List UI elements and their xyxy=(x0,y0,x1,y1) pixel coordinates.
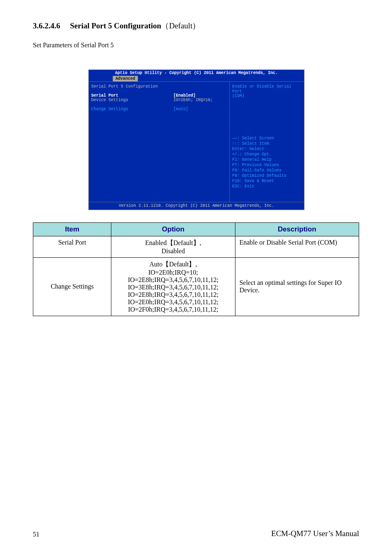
table-header-row: Item Option Description xyxy=(33,222,359,236)
bios-help-keys: →←: Select Screen ↑↓: Select Item Enter:… xyxy=(232,136,302,199)
row-label: Device Settings xyxy=(91,98,173,103)
cell-item: Change Settings xyxy=(33,257,111,316)
bios-right-panel: Enable or Disable Serial Port (COM) →←: … xyxy=(230,82,304,202)
page-number: 51 xyxy=(33,531,39,538)
bios-left-panel: Serial Port 5 Configuration Serial Port … xyxy=(89,82,230,202)
page-footer: 51 ECM-QM77 User’s Manual xyxy=(33,522,359,538)
bios-help-description: Enable or Disable Serial Port (COM) xyxy=(232,84,302,99)
row-label: Serial Port xyxy=(91,93,173,98)
row-value: [Auto] xyxy=(173,107,188,112)
th-option: Option xyxy=(111,222,235,236)
manual-title: ECM-QM77 User’s Manual xyxy=(271,529,359,538)
row-value: [Enabled] xyxy=(173,93,196,98)
bios-row-change-settings[interactable]: Change Settings [Auto] xyxy=(91,107,227,112)
table-row: Serial Port Enabled【Default】, Disabled E… xyxy=(33,236,359,257)
bios-row-serial-port[interactable]: Serial Port [Enabled] xyxy=(91,93,227,98)
bios-screenshot: Aptio Setup Utility - Copyright (C) 2011… xyxy=(88,69,304,210)
section-number: 3.6.2.4.6 xyxy=(33,21,60,30)
section-description: Set Parameters of Serial Port 5 xyxy=(33,42,359,49)
bios-row-device-settings: Device Settings IO=2E0h; IRQ=10; xyxy=(91,98,227,103)
row-value: IO=2E0h; IRQ=10; xyxy=(173,98,213,103)
th-item: Item xyxy=(33,222,111,236)
settings-table: Item Option Description Serial Port Enab… xyxy=(33,222,359,316)
section-title-suffix: （Default） xyxy=(161,21,200,30)
bios-tabs: Advanced xyxy=(89,76,304,82)
bios-panel-heading: Serial Port 5 Configuration xyxy=(91,84,227,89)
cell-desc: Select an optimal settings for Super IO … xyxy=(235,257,359,316)
bios-footer: Version 2.11.1210. Copyright (C) 2011 Am… xyxy=(89,202,304,210)
row-label: Change Settings xyxy=(91,107,173,112)
tab-advanced[interactable]: Advanced xyxy=(113,76,138,82)
section-heading: 3.6.2.4.6 Serial Port 5 Configuration（De… xyxy=(33,21,359,31)
cell-item: Serial Port xyxy=(33,236,111,257)
section-title: Serial Port 5 Configuration xyxy=(70,21,161,30)
cell-option: Enabled【Default】, Disabled xyxy=(111,236,235,257)
bios-titlebar: Aptio Setup Utility - Copyright (C) 2011… xyxy=(89,70,304,76)
table-row: Change Settings Auto【Default】, IO=2E0h;I… xyxy=(33,257,359,316)
cell-desc: Enable or Disable Serial Port (COM) xyxy=(235,236,359,257)
th-description: Description xyxy=(235,222,359,236)
cell-option: Auto【Default】, IO=2E0h;IRQ=10; IO=2E8h;I… xyxy=(111,257,235,316)
